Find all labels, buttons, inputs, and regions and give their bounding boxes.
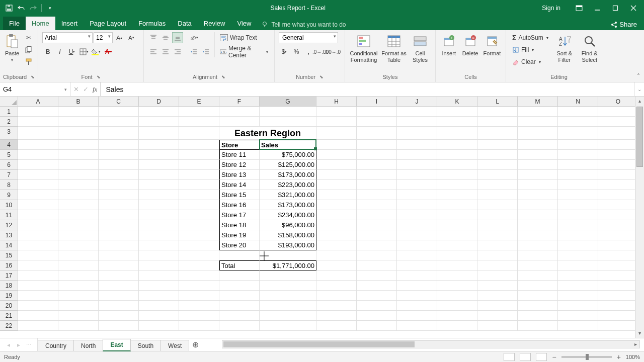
column-header-N[interactable]: N xyxy=(558,97,598,106)
cell[interactable] xyxy=(260,281,316,291)
cell[interactable] xyxy=(139,200,179,210)
cell[interactable] xyxy=(558,107,598,117)
cell[interactable]: Store 13 xyxy=(219,170,260,180)
sheet-tab-east[interactable]: East xyxy=(103,339,130,351)
cell[interactable] xyxy=(598,301,638,311)
cell[interactable] xyxy=(357,311,397,321)
cell[interactable]: Store 16 xyxy=(219,200,260,210)
cell[interactable] xyxy=(598,200,638,210)
cell[interactable] xyxy=(219,301,260,311)
cell[interactable] xyxy=(437,230,477,240)
zoom-in-icon[interactable]: + xyxy=(617,353,621,361)
cell[interactable] xyxy=(357,190,397,200)
increase-font-icon[interactable]: A▴ xyxy=(114,32,125,43)
cell[interactable] xyxy=(477,281,518,291)
cell[interactable] xyxy=(357,210,397,220)
decrease-font-icon[interactable]: A▾ xyxy=(126,32,137,43)
cell[interactable] xyxy=(139,160,179,170)
cell[interactable] xyxy=(518,107,558,117)
cell[interactable] xyxy=(18,170,58,180)
cell[interactable] xyxy=(558,250,598,260)
cell[interactable] xyxy=(558,190,598,200)
cell[interactable] xyxy=(518,127,558,140)
cell[interactable] xyxy=(58,301,99,311)
column-header-C[interactable]: C xyxy=(99,97,139,106)
cell[interactable] xyxy=(58,127,99,140)
row-header[interactable]: 17 xyxy=(0,270,18,281)
cell[interactable] xyxy=(518,180,558,190)
share-button[interactable]: Share xyxy=(610,21,637,28)
cell[interactable] xyxy=(558,240,598,250)
cell[interactable] xyxy=(397,140,437,150)
sheet-nav-first-icon[interactable]: ◂ xyxy=(4,341,13,348)
cell[interactable] xyxy=(397,321,437,331)
merge-center-button[interactable]: aMerge & Center▾ xyxy=(218,46,270,57)
sheet-tab-south[interactable]: South xyxy=(130,340,161,351)
cell[interactable] xyxy=(219,270,260,281)
cell[interactable] xyxy=(99,240,139,250)
cell[interactable]: $75,000.00 xyxy=(260,150,316,160)
cell[interactable] xyxy=(437,281,477,291)
cell[interactable] xyxy=(139,107,179,117)
cell[interactable] xyxy=(558,200,598,210)
dialog-launcher-icon[interactable]: ⬊ xyxy=(97,74,101,79)
conditional-formatting-button[interactable]: Conditional Formatting xyxy=(349,32,378,63)
cell[interactable] xyxy=(18,301,58,311)
cell[interactable] xyxy=(437,140,477,150)
cell[interactable] xyxy=(139,190,179,200)
row-header[interactable]: 9 xyxy=(0,190,18,200)
cell[interactable] xyxy=(139,140,179,150)
tab-review[interactable]: Review xyxy=(198,17,231,30)
cell[interactable] xyxy=(357,160,397,170)
cell[interactable] xyxy=(598,260,638,270)
cell[interactable] xyxy=(139,220,179,230)
cell[interactable] xyxy=(397,291,437,301)
cell[interactable] xyxy=(18,281,58,291)
scroll-up-icon[interactable]: ▴ xyxy=(635,97,644,106)
cell[interactable] xyxy=(598,220,638,230)
cell[interactable] xyxy=(316,180,357,190)
cell[interactable] xyxy=(139,170,179,180)
cell[interactable] xyxy=(18,117,58,127)
cell[interactable] xyxy=(397,200,437,210)
cell[interactable] xyxy=(558,270,598,281)
row-header[interactable]: 1 xyxy=(0,107,18,117)
cell[interactable] xyxy=(437,160,477,170)
cell[interactable] xyxy=(558,220,598,230)
cell[interactable] xyxy=(99,140,139,150)
row-header[interactable]: 8 xyxy=(0,180,18,190)
cell[interactable] xyxy=(316,160,357,170)
cell[interactable] xyxy=(518,150,558,160)
cell[interactable] xyxy=(316,170,357,180)
cell[interactable] xyxy=(18,270,58,281)
cell[interactable] xyxy=(316,311,357,321)
cell[interactable] xyxy=(477,270,518,281)
cell[interactable] xyxy=(357,140,397,150)
column-header-F[interactable]: F xyxy=(219,97,260,106)
cell[interactable] xyxy=(18,200,58,210)
column-header-K[interactable]: K xyxy=(437,97,477,106)
tab-page-layout[interactable]: Page Layout xyxy=(84,17,132,30)
fill-button[interactable]: Fill▾ xyxy=(510,44,550,55)
cell[interactable] xyxy=(99,107,139,117)
cell[interactable] xyxy=(357,250,397,260)
cell[interactable] xyxy=(18,150,58,160)
cell[interactable] xyxy=(357,150,397,160)
cell[interactable] xyxy=(99,170,139,180)
cell[interactable] xyxy=(518,301,558,311)
cell[interactable] xyxy=(99,160,139,170)
cell[interactable] xyxy=(437,170,477,180)
cell[interactable] xyxy=(397,230,437,240)
cell[interactable] xyxy=(316,210,357,220)
column-header-H[interactable]: H xyxy=(316,97,357,106)
cell[interactable] xyxy=(477,170,518,180)
zoom-out-icon[interactable]: − xyxy=(552,353,556,361)
column-header-B[interactable]: B xyxy=(58,97,99,106)
cell[interactable] xyxy=(219,321,260,331)
cell-styles-button[interactable]: Cell Styles xyxy=(410,32,431,63)
cell[interactable] xyxy=(598,270,638,281)
cell[interactable] xyxy=(179,150,219,160)
cell[interactable] xyxy=(558,281,598,291)
cell[interactable] xyxy=(558,291,598,301)
page-layout-view-icon[interactable] xyxy=(520,353,531,361)
